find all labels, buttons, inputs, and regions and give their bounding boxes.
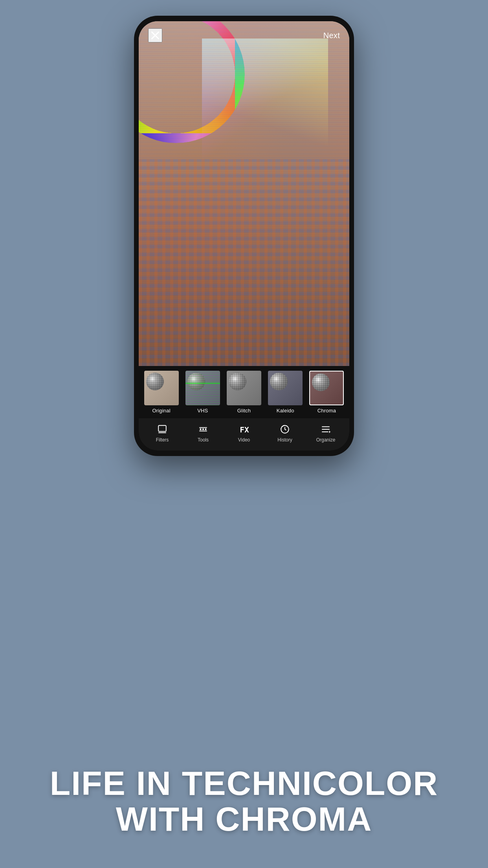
phone-body: Next: [134, 16, 354, 456]
disco-ball-kaleido: [270, 373, 288, 390]
grid-overlay: [139, 159, 349, 366]
toolbar-tools[interactable]: Tools: [183, 424, 224, 443]
top-bar: Next: [139, 21, 349, 46]
tagline-heading: LIFE IN TECHNICOLOR WITH CHROMA: [24, 765, 464, 837]
filter-thumb-vhs: [185, 371, 220, 405]
organize-label: Organize: [316, 437, 336, 443]
tools-label: Tools: [198, 437, 209, 443]
filter-label-kaleido: Kaleido: [277, 408, 294, 414]
svg-point-4: [200, 428, 201, 430]
video-icon: FX: [238, 424, 250, 435]
bottom-toolbar: Filters Tools: [139, 418, 349, 451]
filter-thumb-original: [144, 371, 179, 405]
filter-item-original[interactable]: Original: [142, 371, 181, 414]
toolbar-history[interactable]: History: [264, 424, 305, 443]
filter-item-kaleido[interactable]: Kaleido: [266, 371, 305, 414]
filters-svg-icon: [157, 424, 167, 434]
filter-item-glitch[interactable]: Glitch: [224, 371, 263, 414]
disco-ball-vhs: [187, 373, 205, 390]
filter-bar: Original VHS Glitch: [139, 366, 349, 418]
svg-marker-14: [329, 430, 330, 433]
tagline-line2: WITH CHROMA: [116, 800, 372, 838]
organize-icon: [319, 424, 332, 435]
tools-icon: [197, 424, 209, 435]
next-button[interactable]: Next: [323, 31, 340, 40]
filter-label-chroma: Chroma: [317, 408, 336, 414]
history-svg-icon: [280, 424, 290, 434]
video-label: Video: [238, 437, 250, 443]
photo-canvas: [139, 21, 349, 366]
filters-icon: [156, 424, 169, 435]
close-button[interactable]: [148, 28, 162, 42]
organize-svg-icon: [321, 424, 331, 434]
svg-point-6: [205, 428, 206, 430]
close-icon: [150, 30, 161, 41]
tools-svg-icon: [198, 424, 208, 434]
tagline-line1: LIFE IN TECHNICOLOR: [50, 764, 438, 802]
svg-point-5: [202, 428, 204, 430]
filter-label-glitch: Glitch: [237, 408, 251, 414]
video-svg-icon: FX: [239, 424, 249, 434]
history-icon: [279, 424, 291, 435]
bottom-tagline: LIFE IN TECHNICOLOR WITH CHROMA: [0, 765, 488, 837]
filter-label-vhs: VHS: [197, 408, 208, 414]
filter-thumb-glitch: [227, 371, 261, 405]
filter-item-chroma[interactable]: Chroma: [307, 371, 346, 414]
history-label: History: [277, 437, 292, 443]
filter-item-vhs[interactable]: VHS: [183, 371, 222, 414]
filter-label-original: Original: [152, 408, 170, 414]
toolbar-video[interactable]: FX Video: [224, 424, 264, 443]
filters-label: Filters: [156, 437, 169, 443]
filter-thumb-chroma: [309, 371, 344, 405]
disco-ball-chroma: [312, 373, 330, 391]
svg-text:FX: FX: [240, 425, 249, 434]
disco-ball-original: [146, 373, 164, 390]
disco-ball-glitch: [229, 373, 246, 390]
vhs-glitch-line: [185, 383, 220, 384]
main-image-area: [139, 21, 349, 366]
phone-screen: Next: [139, 21, 349, 451]
toolbar-filters[interactable]: Filters: [142, 424, 183, 443]
toolbar-organize[interactable]: Organize: [305, 424, 346, 443]
filter-thumb-kaleido: [268, 371, 303, 405]
svg-rect-2: [158, 425, 166, 431]
phone-device: Next: [134, 16, 354, 456]
